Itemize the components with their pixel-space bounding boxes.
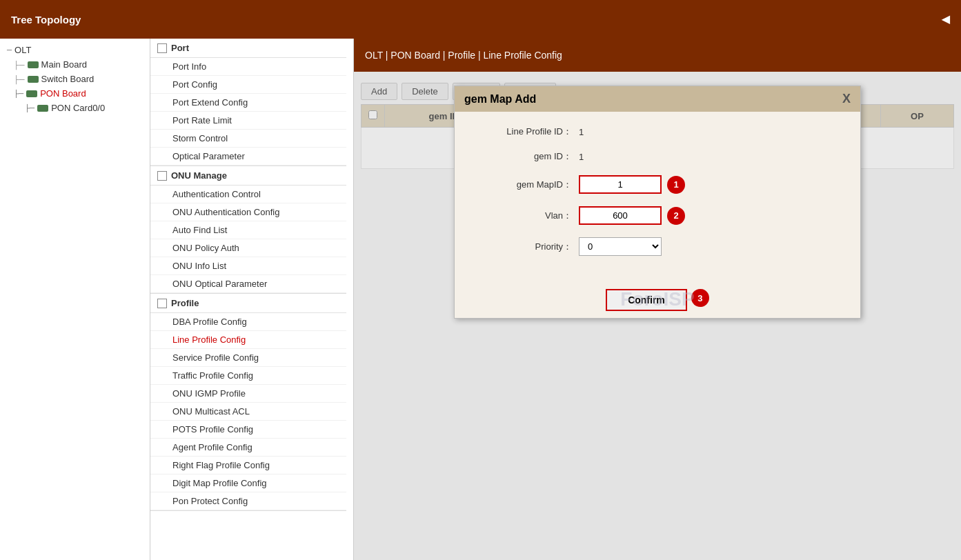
middle-item-onu-optical-parameter[interactable]: ONU Optical Parameter [150, 275, 346, 293]
tree: ─ OLT ├─ Main Board ├─ Switch Board ├─ P… [0, 39, 150, 119]
middle-item-line-profile-config[interactable]: Line Profile Config [150, 331, 346, 349]
gem-mapid-label: gem MapID： [475, 179, 572, 191]
profile-section-box [157, 299, 167, 308]
onu-manage-section-header[interactable]: ONU Manage [150, 166, 346, 186]
gem-id-value: 1 [579, 152, 584, 162]
priority-select[interactable]: 0 1 2 3 4 5 6 7 [579, 237, 662, 256]
pon-board-label: PON Board [40, 88, 86, 99]
form-row-priority: Priority： 0 1 2 3 4 5 6 7 [475, 237, 840, 256]
middle-item-onu-policy-auth[interactable]: ONU Policy Auth [150, 239, 346, 257]
sidebar-item-switch-board[interactable]: ├─ Switch Board [0, 72, 150, 86]
main-board-icon [28, 61, 39, 68]
connector-icon: ├─ [14, 75, 25, 83]
middle-item-onu-multicast-acl[interactable]: ONU Multicast ACL [150, 403, 346, 421]
breadcrumb-text: OLT | PON Board | Profile | Line Profile… [365, 50, 562, 61]
middle-panel: Port Port Info Port Config Port Extend C… [150, 39, 354, 560]
sidebar-item-main-board[interactable]: ├─ Main Board [0, 57, 150, 72]
profile-section-label: Profile [171, 298, 199, 308]
onu-manage-section-box [157, 171, 167, 181]
middle-item-onu-info-list[interactable]: ONU Info List [150, 257, 346, 275]
middle-item-dba-profile-config[interactable]: DBA Profile Config [150, 313, 346, 331]
middle-item-onu-igmp-profile[interactable]: ONU IGMP Profile [150, 385, 346, 403]
middle-item-digit-map-profile-config[interactable]: Digit Map Profile Config [150, 474, 346, 492]
modal-body: Line Profile ID： 1 gem ID： 1 gem MapID： … [455, 112, 860, 282]
form-row-vlan: Vlan： 2 [475, 206, 840, 225]
collapse-icon[interactable]: ◀ [942, 13, 950, 26]
breadcrumb: OLT | PON Board | Profile | Line Profile… [354, 39, 961, 72]
switch-board-label: Switch Board [41, 74, 95, 84]
middle-item-port-info[interactable]: Port Info [150, 58, 346, 76]
middle-item-port-config[interactable]: Port Config [150, 76, 346, 94]
step-1-badge: 1 [667, 176, 685, 194]
modal-footer: Confirm 3 [455, 282, 860, 318]
olt-expand-icon: ─ [7, 46, 12, 54]
form-row-gem-mapid: gem MapID： 1 [475, 175, 840, 194]
main-content: OLT | PON Board | Profile | Line Profile… [354, 39, 961, 560]
pon-card-label: PON Card0/0 [51, 103, 105, 113]
confirm-button[interactable]: Confirm [606, 289, 687, 311]
line-profile-id-label: Line Profile ID： [475, 126, 572, 138]
gem-id-label: gem ID： [475, 150, 572, 163]
modal-title: gem Map Add [464, 93, 536, 106]
middle-item-optical-parameter[interactable]: Optical Parameter [150, 148, 346, 166]
modal-header: gem Map Add X [455, 86, 860, 112]
step-2-badge: 2 [667, 207, 685, 225]
middle-item-port-extend-config[interactable]: Port Extend Config [150, 94, 346, 112]
step-3-badge: 3 [691, 289, 709, 307]
port-section-label: Port [171, 43, 189, 53]
pon-expand-icon: ├─ [14, 90, 23, 97]
middle-item-storm-control[interactable]: Storm Control [150, 130, 346, 148]
form-row-line-profile-id: Line Profile ID： 1 [475, 126, 840, 138]
middle-item-auto-find-list[interactable]: Auto Find List [150, 221, 346, 239]
app-title: Tree Topology [11, 14, 81, 26]
pon-card-expand-icon: ├─ [25, 104, 34, 112]
port-section-box [157, 43, 167, 53]
gem-mapid-input[interactable] [579, 175, 662, 194]
profile-section-header[interactable]: Profile [150, 294, 346, 313]
onu-manage-section: ONU Manage Authentication Control ONU Au… [150, 166, 346, 294]
main-board-label: Main Board [41, 59, 87, 70]
middle-item-pon-protect-config[interactable]: Pon Protect Config [150, 492, 346, 510]
port-section-header[interactable]: Port [150, 39, 346, 58]
pon-card-icon [37, 105, 48, 112]
app-header: Tree Topology ◀ [0, 0, 961, 39]
sidebar: ─ OLT ├─ Main Board ├─ Switch Board ├─ P… [0, 39, 150, 560]
olt-label: OLT [14, 45, 31, 55]
middle-item-service-profile-config[interactable]: Service Profile Config [150, 349, 346, 367]
modal: gem Map Add X Line Profile ID： 1 gem ID：… [454, 86, 861, 319]
line-profile-id-value: 1 [579, 127, 584, 137]
form-row-gem-id: gem ID： 1 [475, 150, 840, 163]
middle-item-pots-profile-config[interactable]: POTS Profile Config [150, 421, 346, 439]
vlan-input[interactable] [579, 206, 662, 225]
sidebar-item-pon-board[interactable]: ├─ PON Board [0, 86, 150, 101]
middle-item-right-flag-profile-config[interactable]: Right Flag Profile Config [150, 457, 346, 474]
modal-close-button[interactable]: X [842, 92, 851, 106]
priority-label: Priority： [475, 241, 572, 253]
onu-manage-section-label: ONU Manage [171, 170, 227, 181]
middle-item-onu-auth-config[interactable]: ONU Authentication Config [150, 203, 346, 221]
sidebar-item-pon-card[interactable]: ├─ PON Card0/0 [0, 101, 150, 115]
sidebar-item-olt[interactable]: ─ OLT [0, 43, 150, 57]
vlan-label: Vlan： [475, 210, 572, 222]
switch-board-icon [28, 76, 39, 83]
middle-item-traffic-profile-config[interactable]: Traffic Profile Config [150, 367, 346, 385]
middle-item-authentication-control[interactable]: Authentication Control [150, 186, 346, 203]
modal-overlay: gem Map Add X Line Profile ID： 1 gem ID：… [354, 72, 961, 560]
profile-section: Profile DBA Profile Config Line Profile … [150, 294, 346, 511]
middle-item-agent-profile-config[interactable]: Agent Profile Config [150, 439, 346, 457]
port-section: Port Port Info Port Config Port Extend C… [150, 39, 346, 166]
pon-board-icon [26, 90, 37, 97]
middle-item-port-rate-limit[interactable]: Port Rate Limit [150, 112, 346, 130]
connector-icon: ├─ [14, 61, 25, 69]
